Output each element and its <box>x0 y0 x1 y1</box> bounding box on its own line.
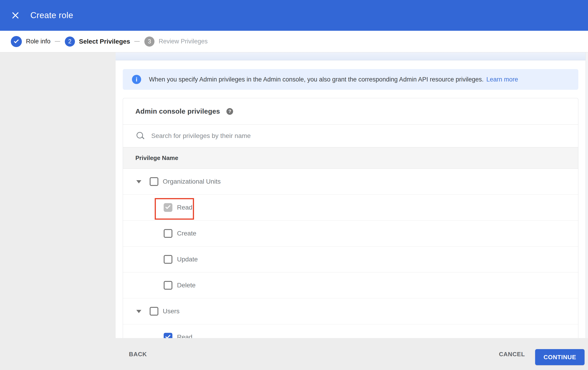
privilege-label: Users <box>163 308 179 315</box>
table-row-organizational-units: Organizational Units <box>123 169 578 195</box>
privilege-label: Delete <box>177 282 196 289</box>
checkbox-organizational-units[interactable] <box>150 177 158 186</box>
table-header: Privilege Name <box>123 147 578 169</box>
privilege-label: Organizational Units <box>163 178 221 185</box>
wizard-stepper: Role info 2 Select Privileges 3 Review P… <box>0 31 588 52</box>
check-icon <box>165 204 170 209</box>
main-content: i When you specify Admin privileges in t… <box>116 52 588 370</box>
step-1-label[interactable]: Role info <box>26 38 51 45</box>
checkbox-ou-delete[interactable] <box>164 281 172 290</box>
checkbox-ou-create[interactable] <box>164 229 172 238</box>
banner-text: When you specify Admin privileges in the… <box>149 76 484 83</box>
close-icon[interactable] <box>11 11 19 19</box>
caret-down-icon[interactable] <box>136 310 141 313</box>
table-row-ou-delete: Delete <box>123 272 578 298</box>
info-icon: i <box>132 75 141 84</box>
checkbox-ou-update[interactable] <box>164 255 172 264</box>
caret-down-icon[interactable] <box>136 180 141 183</box>
step-connector <box>55 41 60 42</box>
step-2-circle[interactable]: 2 <box>65 37 75 47</box>
privileges-card: Admin console privileges ? Privilege Nam… <box>123 98 578 370</box>
privilege-label: Update <box>177 256 198 263</box>
privileges-search-row <box>123 124 578 147</box>
left-sidebar <box>0 52 116 370</box>
table-row-ou-read: Read <box>123 195 578 220</box>
step-1-complete-circle[interactable] <box>11 36 22 47</box>
step-2-number: 2 <box>68 38 72 45</box>
search-input[interactable] <box>151 132 496 140</box>
table-row-ou-update: Update <box>123 247 578 272</box>
step-3-label[interactable]: Review Privileges <box>159 38 208 45</box>
table-row-ou-create: Create <box>123 220 578 247</box>
dialog-footer: BACK CANCEL CONTINUE <box>0 338 588 370</box>
back-button[interactable]: BACK <box>129 350 147 358</box>
check-icon <box>14 38 19 43</box>
column-header-privilege-name: Privilege Name <box>135 154 178 162</box>
card-title: Admin console privileges <box>135 107 220 115</box>
step-3-number: 3 <box>148 38 151 45</box>
dialog-title: Create role <box>30 10 73 20</box>
step-3-circle[interactable]: 3 <box>144 37 155 47</box>
search-icon <box>136 132 144 140</box>
step-connector <box>134 41 140 42</box>
scrolled-section-edge <box>116 52 588 60</box>
checkbox-ou-read[interactable] <box>164 203 172 212</box>
info-banner: i When you specify Admin privileges in t… <box>123 69 578 90</box>
privilege-label: Create <box>177 230 196 237</box>
privilege-label: Read <box>177 204 192 211</box>
create-role-dialog: Create role Role info 2 Select Privilege… <box>0 0 588 370</box>
vertical-scrollbar[interactable] <box>586 52 588 370</box>
table-row-users: Users <box>123 298 578 324</box>
help-icon[interactable]: ? <box>226 108 233 115</box>
step-2-label[interactable]: Select Privileges <box>79 38 130 45</box>
checkbox-users[interactable] <box>150 307 158 316</box>
continue-button[interactable]: CONTINUE <box>535 349 585 365</box>
card-title-row: Admin console privileges ? <box>123 98 578 124</box>
app-header: Create role <box>0 0 588 31</box>
learn-more-link[interactable]: Learn more <box>486 76 518 83</box>
cancel-button[interactable]: CANCEL <box>499 350 525 358</box>
